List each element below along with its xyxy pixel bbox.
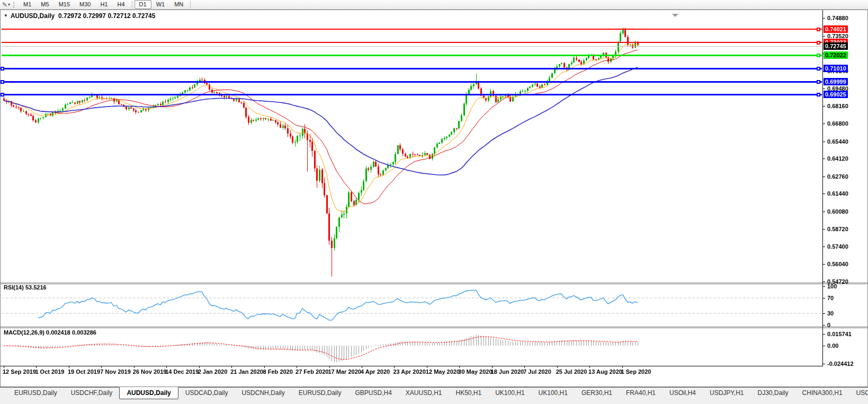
macd-indicator-label: MACD(12,26,9) 0.002418 0.003286 bbox=[4, 329, 96, 336]
top-toolbar: ✎ ▾ M1M5M15M30H1H4D1W1MN bbox=[0, 0, 868, 10]
macd-axis-tick: 0.00 bbox=[827, 342, 838, 349]
chart-tab-usdjpy-h1[interactable]: USDJPY,H1 bbox=[703, 388, 750, 399]
price-axis-tick: 0.66800 bbox=[827, 120, 848, 127]
chart-tab-dj30-daily[interactable]: DJ30,Daily bbox=[751, 388, 795, 399]
toolbar-grip[interactable] bbox=[13, 2, 15, 8]
macd-axis-tick: 0.015741 bbox=[827, 331, 852, 337]
timeframe-buttons: M1M5M15M30H1H4D1W1MN bbox=[19, 0, 193, 9]
timeframe-button-h1[interactable]: H1 bbox=[95, 0, 112, 9]
toolbar-separator bbox=[190, 1, 191, 8]
time-axis-label: 2 Jan 2020 bbox=[198, 368, 228, 375]
time-axis-label: 12 May 2020 bbox=[426, 368, 460, 375]
chart-tab-china300-h1[interactable]: CHINA300,H1 bbox=[795, 388, 849, 399]
price-level-label[interactable]: 0.69999 bbox=[824, 78, 848, 85]
price-axis-tick: 0.68160 bbox=[827, 103, 848, 109]
price-axis-tick: 0.58720 bbox=[827, 226, 848, 232]
time-axis-label: 14 Dec 2019 bbox=[165, 368, 199, 375]
timeframe-button-m30[interactable]: M30 bbox=[75, 0, 95, 9]
chart-tab-usoil-h4[interactable]: USOil,H4 bbox=[663, 388, 703, 399]
chart-tab-usoil-h1[interactable]: USOil,H1 bbox=[849, 388, 868, 399]
price-chart-canvas[interactable] bbox=[1, 10, 867, 387]
chart-tab-eurusd-daily[interactable]: EURUSD,Daily bbox=[7, 388, 64, 399]
time-axis-label: 18 Jun 2020 bbox=[491, 368, 524, 375]
draw-tool-icon[interactable]: ✎ bbox=[2, 1, 8, 9]
chart-tab-gbpusd-h4[interactable]: GBPUSD,H4 bbox=[348, 388, 398, 399]
chart-tab-fra40-h1[interactable]: FRA40,H1 bbox=[619, 388, 663, 399]
price-axis-tick: 0.74880 bbox=[827, 15, 848, 21]
rsi-indicator-label: RSI(14) 53.5216 bbox=[4, 284, 47, 291]
rsi-axis-tick: 30 bbox=[827, 310, 834, 317]
toolbar-separator bbox=[132, 1, 132, 8]
chart-tab-uk100-h1[interactable]: UK100,H1 bbox=[532, 388, 575, 399]
chart-tab-uk100-h1[interactable]: UK100,H1 bbox=[488, 388, 531, 399]
timeframe-button-h4[interactable]: H4 bbox=[113, 0, 130, 9]
price-axis-tick: 0.62760 bbox=[827, 173, 848, 180]
rsi-axis-tick: 70 bbox=[827, 295, 834, 301]
time-axis-label: 30 May 2020 bbox=[458, 368, 492, 375]
current-price-label[interactable]: 0.72745 bbox=[824, 42, 848, 50]
time-axis-label: 7 Jul 2020 bbox=[523, 368, 551, 375]
price-axis-tick: 0.64120 bbox=[827, 155, 848, 162]
window-menu-icon[interactable]: ▼ bbox=[4, 13, 8, 18]
time-axis-label: 13 Aug 2020 bbox=[588, 368, 622, 375]
price-axis-tick: 0.57400 bbox=[827, 243, 848, 250]
chart-tab-usdchf-daily[interactable]: USDCHF,Daily bbox=[64, 388, 120, 399]
chart-tab-bar: EURUSD,DailyUSDCHF,DailyAUDUSD,DailyUSDC… bbox=[0, 387, 868, 404]
rsi-axis-tick: 100 bbox=[827, 283, 837, 289]
price-axis-tick: 0.56040 bbox=[827, 261, 848, 267]
chart-symbol: AUDUSD,Daily bbox=[11, 12, 55, 20]
chart-tab-ger30-h1[interactable]: GER30,H1 bbox=[575, 388, 619, 399]
time-axis-label: 26 Nov 2019 bbox=[133, 368, 167, 375]
chart-tab-audusd-daily[interactable]: AUDUSD,Daily bbox=[119, 387, 178, 399]
time-axis-label: 1 Oct 2019 bbox=[35, 368, 64, 375]
price-level-label[interactable]: 0.74021 bbox=[824, 25, 848, 33]
chart-ohlc-values: 0.72972 0.72997 0.72712 0.72745 bbox=[58, 12, 156, 20]
chart-tab-usdcnh-daily[interactable]: USDCNH,Daily bbox=[235, 388, 291, 399]
timeframe-button-d1[interactable]: D1 bbox=[135, 0, 151, 9]
time-axis-label: 19 Oct 2019 bbox=[68, 368, 100, 375]
time-axis-label: 25 Jul 2020 bbox=[556, 368, 587, 375]
time-axis-label: 17 Mar 2020 bbox=[328, 368, 361, 375]
rsi-axis-tick: 0 bbox=[827, 322, 830, 328]
timeframe-button-w1[interactable]: W1 bbox=[151, 0, 170, 9]
price-axis-tick: 0.60080 bbox=[827, 208, 848, 215]
timeframe-button-m15[interactable]: M15 bbox=[54, 0, 75, 9]
price-level-label[interactable]: 0.69025 bbox=[824, 91, 848, 98]
timeframe-button-m1[interactable]: M1 bbox=[19, 0, 36, 9]
price-axis-tick: 0.61440 bbox=[827, 190, 848, 197]
time-axis-label: 4 Apr 2020 bbox=[361, 368, 390, 375]
time-axis-label: 7 Nov 2019 bbox=[100, 368, 130, 375]
time-axis-label: 12 Sep 2019 bbox=[3, 368, 36, 375]
time-axis-label: 27 Feb 2020 bbox=[296, 368, 328, 375]
price-level-label[interactable]: 0.72022 bbox=[824, 51, 848, 59]
chevron-down-icon[interactable]: ▾ bbox=[8, 2, 12, 7]
chart-tab-eurusd-daily[interactable]: EURUSD,Daily bbox=[292, 388, 348, 399]
price-level-label[interactable]: 0.71010 bbox=[824, 65, 848, 72]
chart-tab-hk50-h1[interactable]: HK50,H1 bbox=[449, 388, 489, 399]
time-axis-label: 23 Apr 2020 bbox=[393, 368, 425, 375]
time-axis-label: 8 Feb 2020 bbox=[263, 368, 293, 375]
chart-tab-xauusd-h1[interactable]: XAUUSD,H1 bbox=[399, 388, 449, 399]
timeframe-button-m5[interactable]: M5 bbox=[36, 0, 53, 9]
macd-axis-tick: -0.024412 bbox=[827, 361, 854, 367]
chart-window: ▼AUDUSD,Daily 0.72972 0.72997 0.72712 0.… bbox=[0, 10, 868, 387]
chart-tab-usdcad-daily[interactable]: USDCAD,Daily bbox=[178, 388, 235, 399]
time-axis-label: 21 Jan 2020 bbox=[230, 368, 263, 375]
time-axis-label: 1 Sep 2020 bbox=[621, 368, 651, 375]
chart-title: ▼AUDUSD,Daily 0.72972 0.72997 0.72712 0.… bbox=[4, 12, 155, 20]
price-axis-tick: 0.65440 bbox=[827, 138, 848, 145]
timeframe-button-mn[interactable]: MN bbox=[169, 0, 188, 9]
